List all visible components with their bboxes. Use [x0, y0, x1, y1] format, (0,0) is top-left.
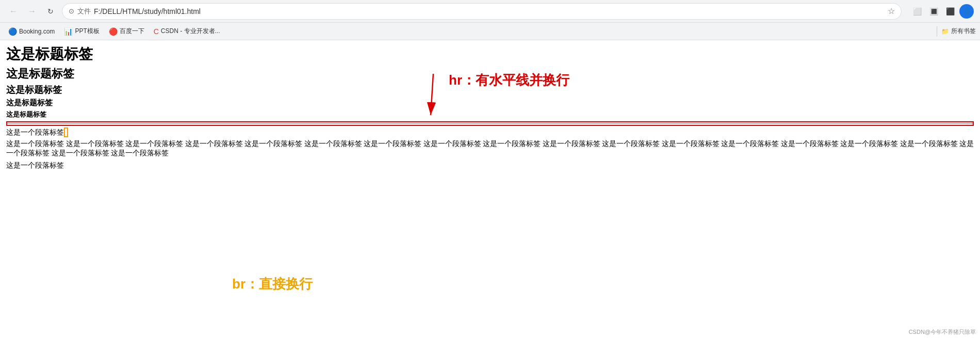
folder-icon: 📁 [941, 28, 949, 35]
page-content: 这是标题标签 这是标题标签 这是标题标签 这是标题标签 这是标题标签 这是一个段… [0, 40, 980, 338]
br-annotation-text: br：直接换行 [232, 275, 313, 293]
user-profile-button[interactable]: 👤 [959, 4, 974, 19]
bookmark-ppt[interactable]: 📊 PPT模板 [60, 25, 103, 38]
svg-line-1 [431, 74, 433, 115]
address-file-label: 文件 [77, 7, 91, 16]
address-file-icon: ⊙ [69, 7, 74, 15]
h4-heading: 这是标题标签 [6, 98, 974, 108]
extensions-button[interactable]: ⬜ [910, 4, 924, 19]
chrome-action-buttons: ⬜ 🔳 ⬛ 👤 [910, 4, 974, 19]
csdn-label: CSDN - 专业开发者... [161, 27, 220, 36]
ppt-label: PPT模板 [75, 27, 99, 36]
hr-element [7, 123, 973, 124]
back-button[interactable]: ← [6, 4, 21, 19]
paragraph1: 这是一个段落标签 [6, 128, 974, 137]
h3-heading: 这是标题标签 [6, 84, 974, 96]
h5-heading: 这是标题标签 [6, 110, 974, 119]
all-bookmarks-label: 所有书签 [951, 27, 976, 36]
html-content: 这是标题标签 这是标题标签 这是标题标签 这是标题标签 这是标题标签 这是一个段… [6, 44, 974, 170]
forward-button[interactable]: → [25, 4, 39, 19]
paragraph2-long: 这是一个段落标签 这是一个段落标签 这是一个段落标签 这是一个段落标签 这是一个… [6, 139, 974, 158]
ppt-icon: 📊 [64, 27, 73, 36]
h2-heading: 这是标题标签 [6, 66, 974, 82]
bookmark-booking[interactable]: 🔵 Booking.com [4, 25, 59, 38]
bookmark-baidu[interactable]: 🔴 百度一下 [105, 25, 149, 38]
baidu-icon: 🔴 [109, 27, 118, 36]
reload-button[interactable]: ↻ [43, 4, 58, 19]
baidu-label: 百度一下 [120, 27, 144, 36]
hr-annotation-arrow [402, 71, 464, 123]
address-url: F:/DELL/HTML/study/html01.html [94, 7, 885, 15]
bookmarks-right: 📁 所有书签 [935, 26, 976, 37]
booking-label: Booking.com [19, 28, 55, 35]
bookmark-star-icon[interactable]: ☆ [888, 6, 895, 16]
window-mode-button[interactable]: ⬛ [943, 4, 957, 19]
separator [937, 26, 937, 37]
csdn-icon: C [154, 27, 159, 36]
paragraph1-text: 这是一个段落标签 [6, 128, 64, 136]
paragraph3: 这是一个段落标签 [6, 161, 974, 170]
browser-frame: ← → ↻ ⊙ 文件 F:/DELL/HTML/study/html01.htm… [0, 0, 980, 338]
address-bar[interactable]: ⊙ 文件 F:/DELL/HTML/study/html01.html ☆ [62, 3, 902, 20]
bookmark-csdn[interactable]: C CSDN - 专业开发者... [150, 25, 224, 38]
paragraph1-highlight [64, 127, 68, 137]
chrome-navbar: ← → ↻ ⊙ 文件 F:/DELL/HTML/study/html01.htm… [0, 0, 980, 23]
h1-heading: 这是标题标签 [6, 44, 974, 64]
booking-icon: 🔵 [8, 27, 17, 36]
bookmarks-bar: 🔵 Booking.com 📊 PPT模板 🔴 百度一下 C CSDN - 专业… [0, 23, 980, 40]
profile-button[interactable]: 🔳 [926, 4, 941, 19]
csdn-watermark: CSDN@今年不养猪只除草 [909, 328, 976, 336]
